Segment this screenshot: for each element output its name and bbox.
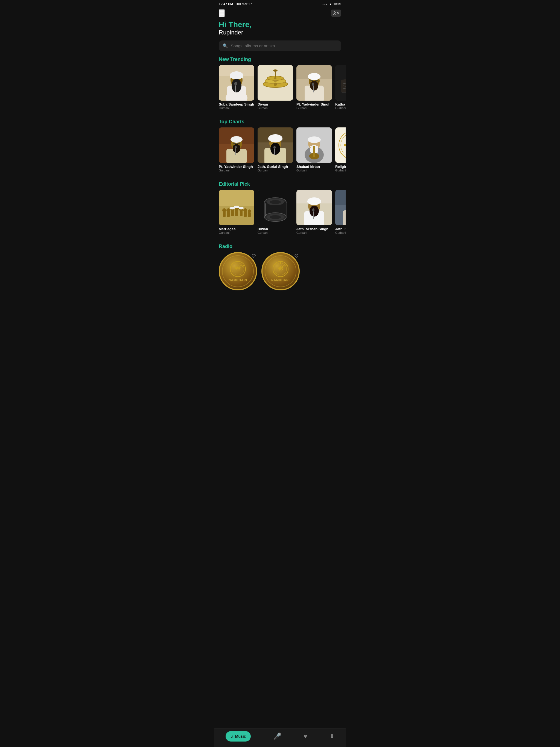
search-bar[interactable]: 🔍 (219, 41, 341, 51)
card-thumbnail (335, 65, 346, 101)
svg-point-133 (270, 215, 281, 219)
heart-nav-icon: ♥ (304, 733, 307, 740)
svg-rect-69 (268, 137, 282, 140)
list-item[interactable]: Pt. Yadwinder Singh Gurbani (297, 65, 332, 110)
card-thumbnail (297, 65, 332, 101)
nav-download[interactable]: ⬇ (330, 733, 334, 740)
greeting-name: Rupinder (219, 29, 341, 36)
new-trending-title: New Trending (214, 54, 346, 65)
svg-rect-7 (230, 75, 244, 78)
card-thumbnail (258, 127, 293, 163)
svg-point-107 (222, 208, 226, 212)
svg-point-77 (308, 136, 321, 143)
card-label: Diwan (258, 102, 293, 106)
svg-point-17 (274, 77, 276, 79)
svg-point-10 (234, 82, 237, 85)
radio-cards: ੴ NAMDHARI ♡ ੴ NAMDHAR (214, 252, 346, 292)
status-date: Thu Mar 17 (235, 2, 252, 6)
svg-rect-112 (231, 211, 234, 216)
top-charts-section: Top Charts (214, 117, 346, 174)
wifi-icon: ▲ (329, 2, 332, 6)
svg-point-16 (274, 80, 277, 82)
card-label: Marriages (219, 227, 254, 231)
nav-music-label: Music (235, 734, 246, 739)
card-thumbnail (219, 65, 254, 101)
svg-rect-57 (230, 138, 243, 141)
svg-point-164 (232, 263, 244, 275)
card-thumbnail (335, 190, 346, 225)
card-label: Religious songs (335, 164, 346, 169)
radio-name: NAMDHARI (271, 278, 290, 282)
card-sublabel: Gurbani (219, 231, 254, 234)
radio-circle: ੴ NAMDHARI (219, 252, 257, 290)
card-sublabel: Gurbani (258, 231, 293, 234)
list-item[interactable]: Marriages Gurbani (219, 190, 254, 234)
svg-point-15 (274, 83, 277, 86)
svg-point-8 (232, 79, 241, 93)
list-item[interactable]: Shabad kirtan Gurbani (297, 127, 332, 172)
svg-rect-141 (313, 210, 314, 219)
svg-rect-25 (308, 75, 321, 78)
list-item[interactable]: Suba Sandeep Singh Gurbani (219, 65, 254, 110)
card-label: Shabad kirtan (297, 164, 332, 169)
svg-point-169 (273, 261, 288, 277)
svg-rect-108 (223, 212, 226, 217)
heart-button[interactable]: ♡ (294, 253, 299, 259)
card-thumbnail: ★ ⚔ ਰਾਮ ਸਰ (335, 127, 346, 163)
list-item[interactable]: Jath. Nishan Singh Gurbani (297, 190, 332, 234)
card-sublabel: Gurbani (297, 169, 332, 172)
svg-point-72 (274, 146, 276, 149)
svg-point-63 (235, 146, 237, 149)
svg-line-172 (285, 265, 286, 266)
editorial-pick-section: Editorial Pick (214, 179, 346, 236)
card-thumbnail (258, 190, 293, 225)
svg-point-19 (273, 70, 278, 72)
list-item[interactable]: ੴ NAMDHARI ♡ (219, 252, 257, 290)
card-label: Pt. Yadwinder Singh (297, 102, 332, 106)
editorial-pick-cards: Marriages Gurbani (214, 190, 346, 236)
language-button[interactable]: 文A (331, 9, 341, 17)
svg-point-31 (312, 83, 314, 86)
card-label: Katha (335, 102, 346, 106)
list-item[interactable]: ★ ⚔ ਰਾਮ ਸਰ Religious songs Gurbani (335, 127, 346, 172)
card-sublabel: Gurbani (219, 169, 254, 172)
card-sublabel: Gurbani (335, 106, 346, 110)
download-icon: ⬇ (330, 733, 334, 740)
list-item[interactable]: Katha Gurbani (335, 65, 346, 110)
svg-line-166 (243, 265, 244, 266)
nav-mic[interactable]: 🎤 (273, 732, 281, 740)
svg-rect-118 (244, 212, 247, 217)
search-input[interactable] (231, 44, 337, 48)
radio-title: Radio (214, 241, 346, 252)
card-sublabel: Gurbani (335, 231, 346, 234)
top-charts-title: Top Charts (214, 117, 346, 127)
card-thumbnail (219, 190, 254, 225)
menu-button[interactable]: ☰ (219, 9, 225, 17)
svg-point-61 (233, 144, 240, 153)
status-icons: • • • ▲ 100% (322, 2, 341, 6)
svg-point-142 (312, 208, 314, 212)
battery-icon: 100% (334, 2, 341, 6)
card-sublabel: Gurbani (258, 169, 293, 172)
list-item[interactable]: Diwan Gurbani (258, 190, 293, 234)
bottom-navigation: ♪ Music 🎤 ♥ ⬇ (214, 728, 346, 747)
heart-button[interactable]: ♡ (252, 253, 256, 259)
list-item[interactable]: Diwan Gurbani (258, 65, 293, 110)
list-item[interactable]: ੴ NAMDHARI ♡ (261, 252, 300, 290)
radio-section: Radio ੴ NAMDHARI (214, 241, 346, 292)
svg-point-140 (309, 206, 319, 216)
list-item[interactable]: Jath. Gurlal Singh Gurbani (258, 127, 293, 172)
search-icon: 🔍 (223, 43, 228, 48)
svg-rect-139 (307, 200, 321, 203)
new-trending-section: New Trending (214, 54, 346, 112)
card-sublabel: Gurbani (219, 106, 254, 110)
svg-point-122 (234, 206, 239, 208)
svg-point-170 (275, 263, 286, 275)
list-item[interactable]: Jath. Harpal Singh Gurbani (335, 190, 346, 234)
card-label: Diwan (258, 227, 293, 231)
nav-heart[interactable]: ♥ (304, 733, 307, 740)
card-thumbnail (258, 65, 293, 101)
nav-music[interactable]: ♪ Music (226, 731, 251, 742)
list-item[interactable]: Pt. Yadwinder Singh Gurbani (219, 127, 254, 172)
music-icon: ♪ (230, 733, 233, 740)
